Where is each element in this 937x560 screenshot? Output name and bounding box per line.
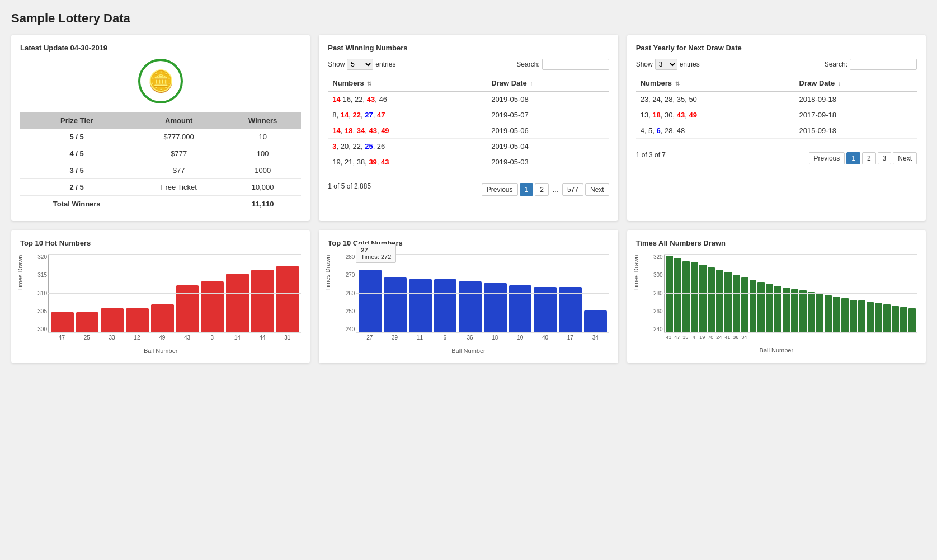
- chart-bar: [509, 285, 532, 332]
- pw-next-button[interactable]: Next: [585, 183, 609, 196]
- pw-row: 19, 21, 38, 39, 43 2019-05-03: [328, 154, 609, 170]
- pw-page-2[interactable]: 2: [535, 183, 549, 196]
- chart-bar: [409, 279, 432, 332]
- py-sort-numbers: ⇅: [675, 81, 680, 87]
- all-y-280: 280: [653, 290, 663, 297]
- py-row: 4, 5, 6, 28, 48 2015-09-18: [636, 123, 917, 139]
- py-row: 13, 18, 30, 43, 49 2017-09-18: [636, 107, 917, 123]
- all-chart-bar: [774, 286, 781, 332]
- py-pagination: Previous 1 2 3 Next: [809, 152, 917, 164]
- pw-date: 2019-05-03: [487, 154, 609, 170]
- all-x-label-item: [833, 335, 840, 340]
- cold-y-250: 250: [346, 308, 355, 314]
- past-yearly-entries-select[interactable]: 351025: [655, 59, 677, 70]
- all-y-240: 240: [653, 326, 663, 332]
- pw-page-info: 1 of 5 of 2,885: [328, 182, 371, 190]
- pw-page-577[interactable]: 577: [562, 183, 583, 196]
- prize-row: 2 / 5 Free Ticket 10,000: [20, 179, 301, 196]
- py-entries-label: entries: [680, 60, 700, 68]
- past-winning-search: Search:: [516, 59, 609, 70]
- pw-row: 3, 20, 22, 25, 26 2019-05-04: [328, 139, 609, 154]
- cold-numbers-card: Top 10 Cold Numbers Times Drawn 280 270 …: [319, 230, 618, 363]
- pw-col-numbers[interactable]: Numbers ⇅: [328, 76, 487, 91]
- past-yearly-search: Search:: [825, 59, 917, 70]
- all-x-label-item: 47: [674, 335, 681, 340]
- all-chart-bar: [892, 306, 899, 332]
- chart-bar: [101, 308, 124, 332]
- prize-footer-value: 11,110: [224, 196, 301, 213]
- py-prev-button[interactable]: Previous: [809, 152, 845, 164]
- page-title: Sample Lottery Data: [11, 11, 926, 26]
- py-row: 23, 24, 28, 35, 50 2018-09-18: [636, 91, 917, 107]
- all-numbers-card: Times All Numbers Drawn Times Drawn 320 …: [627, 230, 926, 363]
- past-yearly-search-input[interactable]: [850, 59, 917, 70]
- all-chart-bar: [825, 295, 832, 332]
- all-x-label-item: [808, 335, 815, 340]
- chart-bar: [459, 281, 482, 332]
- all-chart-bar: [850, 300, 857, 332]
- chart-bar: [359, 270, 382, 332]
- all-x-label-item: [875, 335, 882, 340]
- chart-x-label: 31: [276, 335, 299, 341]
- chart-x-label: 11: [408, 335, 431, 341]
- all-chart-bar: [908, 308, 916, 332]
- py-page-3[interactable]: 3: [878, 152, 892, 164]
- pw-row: 14 16, 22, 43, 46 2019-05-08: [328, 91, 609, 107]
- pw-page-1[interactable]: 1: [520, 183, 534, 196]
- chart-x-label: 33: [101, 335, 124, 341]
- all-x-label-item: 43: [665, 335, 672, 340]
- chart-bar: [201, 281, 224, 332]
- past-winning-search-input[interactable]: [542, 59, 609, 70]
- all-x-label-item: [858, 335, 865, 340]
- all-chart-bar: [799, 290, 807, 332]
- past-winning-entries-select[interactable]: 5102550100: [347, 59, 373, 70]
- chart-bar: [51, 312, 74, 332]
- py-sort-date: ↓: [838, 81, 841, 87]
- chart-bar: [76, 312, 99, 332]
- chart-x-label: 27: [358, 335, 381, 341]
- hot-y-310: 310: [37, 290, 47, 297]
- past-yearly-title: Past Yearly for Next Draw Date: [636, 44, 917, 52]
- all-chart-bar: [733, 275, 740, 332]
- chart-bar: [126, 308, 149, 332]
- all-chart-bar: [708, 267, 715, 332]
- all-y-260: 260: [653, 308, 663, 314]
- chart-bar: [226, 274, 249, 332]
- pw-prev-button[interactable]: Previous: [482, 183, 518, 196]
- all-x-label-item: 4: [690, 335, 698, 340]
- all-x-label-item: 41: [724, 335, 731, 340]
- py-date: 2018-09-18: [795, 91, 917, 107]
- past-yearly-table: Numbers ⇅ Draw Date ↓ 23, 24, 28, 35, 50…: [636, 76, 917, 139]
- all-x-label-item: 34: [741, 335, 748, 340]
- prize-row: 4 / 5 $777 100: [20, 145, 301, 162]
- pw-col-date[interactable]: Draw Date ↑: [487, 76, 609, 91]
- tooltip-ball: 27: [361, 247, 368, 253]
- entries-label: entries: [375, 60, 395, 68]
- chart-x-label: 6: [434, 335, 456, 341]
- py-next-button[interactable]: Next: [893, 152, 917, 164]
- chart-bar: [534, 287, 557, 332]
- all-chart-bar: [674, 258, 681, 332]
- all-chart-bar: [858, 300, 865, 332]
- prize-col-amount: Amount: [133, 112, 224, 129]
- pw-date: 2019-05-06: [487, 123, 609, 139]
- sort-icon-numbers: ⇅: [367, 81, 371, 87]
- all-chart-bar: [666, 256, 673, 332]
- past-winning-show: Show 5102550100 entries: [328, 59, 395, 70]
- py-page-2[interactable]: 2: [862, 152, 876, 164]
- all-chart-bar: [883, 304, 891, 332]
- prize-amount: $77: [133, 162, 224, 179]
- py-col-date[interactable]: Draw Date ↓: [795, 76, 917, 91]
- py-page-1[interactable]: 1: [846, 152, 860, 164]
- all-x-label-item: [799, 335, 807, 340]
- tooltip-times-label: Times:: [361, 253, 379, 260]
- prize-table: Prize Tier Amount Winners 5 / 5 $777,000…: [20, 112, 301, 212]
- all-x-label-item: [883, 335, 891, 340]
- past-yearly-show: Show 351025 entries: [636, 59, 700, 70]
- all-x-label-item: [908, 335, 916, 340]
- top-row: Latest Update 04-30-2019 🪙 Prize Tier Am…: [11, 35, 926, 221]
- prize-amount: $777,000: [133, 129, 224, 145]
- py-col-numbers[interactable]: Numbers ⇅: [636, 76, 795, 91]
- prize-winners: 1000: [224, 162, 301, 179]
- prize-footer-label: Total Winners: [20, 196, 133, 213]
